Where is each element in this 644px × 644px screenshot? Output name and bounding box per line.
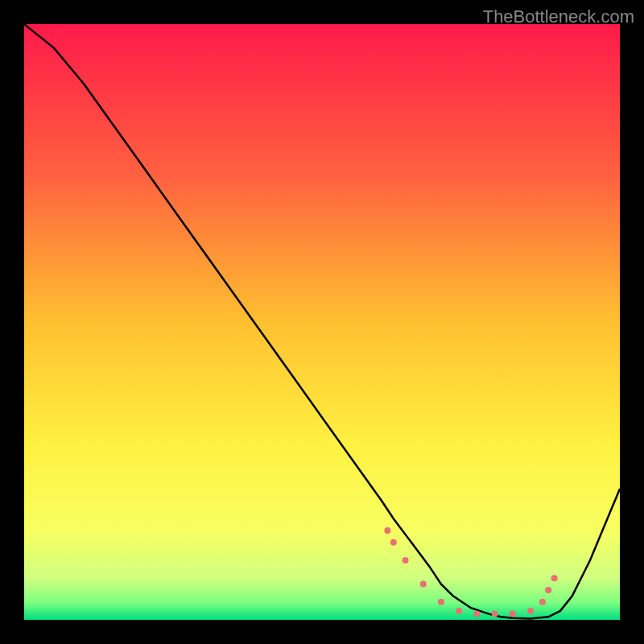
marker-point <box>473 611 480 617</box>
marker-point <box>545 587 551 593</box>
marker-point <box>539 599 546 605</box>
watermark-text: TheBottleneck.com <box>483 6 634 27</box>
chart-svg <box>24 24 620 620</box>
marker-point <box>510 611 516 617</box>
marker-point <box>420 581 427 588</box>
marker-point <box>438 599 444 605</box>
marker-point <box>456 608 462 614</box>
marker-point <box>402 557 409 564</box>
chart-area <box>24 24 620 620</box>
marker-point <box>390 539 397 546</box>
marker-point <box>384 527 390 534</box>
marker-point <box>492 611 498 617</box>
marker-point <box>551 575 558 581</box>
marker-point <box>527 608 534 614</box>
gradient-background <box>24 24 620 620</box>
